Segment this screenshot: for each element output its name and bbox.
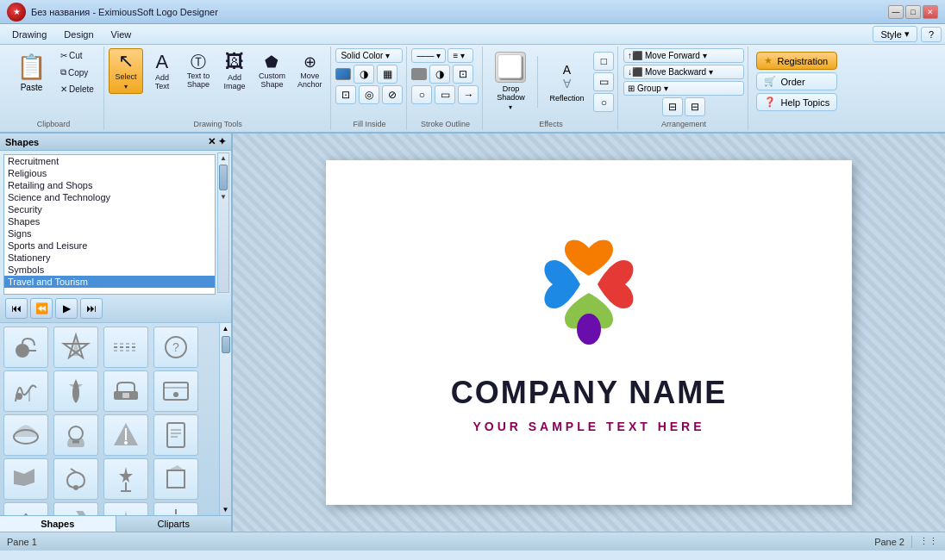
tab-shapes[interactable]: Shapes (0, 516, 116, 532)
stroke-none-btn[interactable]: ⊡ (453, 65, 473, 84)
stroke-dash-btn[interactable]: ▭ (435, 85, 455, 104)
fill-color-box[interactable] (335, 68, 351, 80)
drop-shadow-button[interactable]: Drop Shadow ▾ (487, 48, 534, 115)
help-button[interactable]: ? (921, 27, 942, 42)
player-prev-btn[interactable]: ⏪ (30, 298, 53, 319)
effect-toggle-2[interactable]: ▭ (593, 72, 614, 91)
list-item-symbols[interactable]: Symbols (4, 264, 215, 276)
grid-scroll-down[interactable]: ▼ (221, 504, 231, 515)
svg-point-12 (173, 392, 178, 397)
shape-icon-7[interactable] (103, 370, 148, 412)
solid-color-dropdown[interactable]: Solid Color ▾ (335, 48, 403, 63)
close-btn[interactable]: ✕ (923, 5, 938, 19)
shape-icon-18[interactable] (53, 502, 98, 515)
shape-icon-10[interactable] (53, 414, 98, 456)
custom-shape-button[interactable]: ⬟ Custom Shape (253, 51, 291, 92)
registration-button[interactable]: ★ Registration (756, 52, 837, 70)
stroke-weight-dropdown[interactable]: ≡ ▾ (447, 48, 473, 63)
move-anchor-button[interactable]: ⊕ Move Anchor (292, 51, 328, 92)
shape-icon-12[interactable] (153, 414, 198, 456)
shape-icon-19[interactable] (103, 502, 148, 515)
add-image-button[interactable]: 🖼 Add Image (217, 49, 252, 94)
copy-button[interactable]: ⧉ Copy (56, 65, 98, 80)
list-item-security[interactable]: Security (4, 203, 215, 215)
maximize-btn[interactable]: □ (905, 5, 921, 19)
shape-icon-9[interactable] (3, 414, 48, 456)
reflection-button[interactable]: A A Reflection (541, 58, 591, 106)
list-item-science[interactable]: Science and Technology (4, 191, 215, 203)
list-item-shapes[interactable]: Shapes (4, 215, 215, 227)
align-right-btn[interactable]: ⊟ (685, 97, 705, 116)
shape-icon-8[interactable] (153, 370, 198, 412)
effects-separator (537, 56, 538, 108)
order-button[interactable]: 🛒 Order (756, 72, 837, 90)
effect-toggle-3[interactable]: ○ (593, 93, 614, 112)
cut-button[interactable]: ✂ Cut (56, 48, 98, 63)
scroll-thumb[interactable] (219, 165, 228, 190)
stroke-round-btn[interactable]: ○ (411, 85, 432, 104)
shapes-grid-scrollbar[interactable]: ▲ ▼ (219, 323, 231, 515)
stroke-opacity-btn[interactable]: ◑ (429, 65, 450, 84)
shape-icon-15[interactable] (103, 458, 148, 500)
arrange-buttons: ↑⬛ Move Forward ▾ ↓⬛ Move Backward ▾ ⊞ G… (623, 48, 744, 96)
list-item-sports[interactable]: Sports and Leisure (4, 240, 215, 252)
shape-icon-13[interactable] (3, 458, 48, 500)
list-item-travel[interactable]: Travel and Tourism (4, 276, 215, 288)
menu-bar: Drawing Design View Style ▾ ? (0, 24, 945, 45)
shape-icon-1[interactable] (3, 327, 48, 368)
shapes-list-scrollbar[interactable]: ▲ ▼ (217, 152, 229, 293)
title-bar-controls[interactable]: — □ ✕ (888, 5, 938, 19)
shape-icon-14[interactable] (53, 458, 98, 500)
grid-scroll-thumb[interactable] (222, 336, 230, 353)
align-left-btn[interactable]: ⊟ (662, 97, 683, 116)
shape-icon-17[interactable] (3, 502, 48, 515)
menu-drawing[interactable]: Drawing (3, 28, 55, 41)
stroke-style-dropdown[interactable]: —— ▾ (411, 48, 446, 63)
fill-opacity-btn[interactable]: ◑ (354, 65, 374, 84)
player-play-btn[interactable]: ▶ (55, 298, 78, 319)
shape-icon-20[interactable] (153, 502, 198, 515)
menu-design[interactable]: Design (55, 28, 102, 41)
paste-button[interactable]: 📋 Paste (9, 48, 54, 96)
delete-button[interactable]: ✕ Delete (56, 82, 98, 96)
style-button[interactable]: Style ▾ (873, 26, 917, 42)
shape-icon-11[interactable] (103, 414, 148, 456)
tab-cliparts[interactable]: Cliparts (116, 516, 232, 532)
menu-view[interactable]: View (103, 28, 141, 41)
select-button[interactable]: ↖ Select ▾ (109, 48, 143, 94)
shape-icon-4[interactable]: ? (153, 327, 198, 368)
list-item-signs[interactable]: Signs (4, 227, 215, 240)
shape-icon-16[interactable] (153, 458, 198, 500)
shape-icon-5[interactable] (3, 370, 48, 412)
scroll-down-arrow[interactable]: ▼ (219, 192, 228, 202)
group-btn[interactable]: ⊞ Group ▾ (623, 81, 744, 96)
fill-pattern-btn[interactable]: ▦ (377, 65, 397, 84)
fill-none-btn[interactable]: ⊘ (382, 85, 403, 104)
fill-gradient-btn[interactable]: ⊡ (335, 85, 356, 104)
player-last-btn[interactable]: ⏭ (80, 298, 103, 319)
move-forward-btn[interactable]: ↑⬛ Move Forward ▾ (623, 48, 744, 63)
list-item-religious[interactable]: Religious (4, 167, 215, 179)
shape-icon-6[interactable] (53, 370, 98, 412)
effect-toggle-1[interactable]: □ (593, 52, 614, 71)
list-item-retailing[interactable]: Retailing and Shops (4, 179, 215, 191)
stroke-end-btn[interactable]: → (458, 85, 479, 104)
fill-style-btn[interactable]: ◎ (359, 85, 379, 104)
add-image-icon: 🖼 (225, 53, 244, 72)
stroke-color-box[interactable] (411, 68, 427, 80)
text-to-shape-button[interactable]: Ⓣ Text to Shape (181, 51, 216, 92)
shape-icon-2[interactable] (53, 327, 98, 368)
shape-icon-3[interactable] (103, 327, 148, 368)
scroll-up-arrow[interactable]: ▲ (219, 153, 228, 163)
sidebar-close-icon[interactable]: ✕ ✦ (208, 136, 226, 147)
grid-scroll-up[interactable]: ▲ (221, 323, 231, 334)
list-item-recruitment[interactable]: Recruitment (4, 155, 215, 167)
player-first-btn[interactable]: ⏮ (5, 298, 28, 319)
add-text-button[interactable]: A Add Text (145, 49, 179, 94)
logo-flower[interactable] (524, 233, 654, 366)
effects-toggles: □ ▭ ○ (593, 52, 614, 112)
help-topics-button[interactable]: ❓ Help Topics (756, 93, 837, 111)
list-item-stationery[interactable]: Stationery (4, 252, 215, 264)
minimize-btn[interactable]: — (888, 5, 904, 19)
move-backward-btn[interactable]: ↓⬛ Move Backward ▾ (623, 65, 744, 79)
